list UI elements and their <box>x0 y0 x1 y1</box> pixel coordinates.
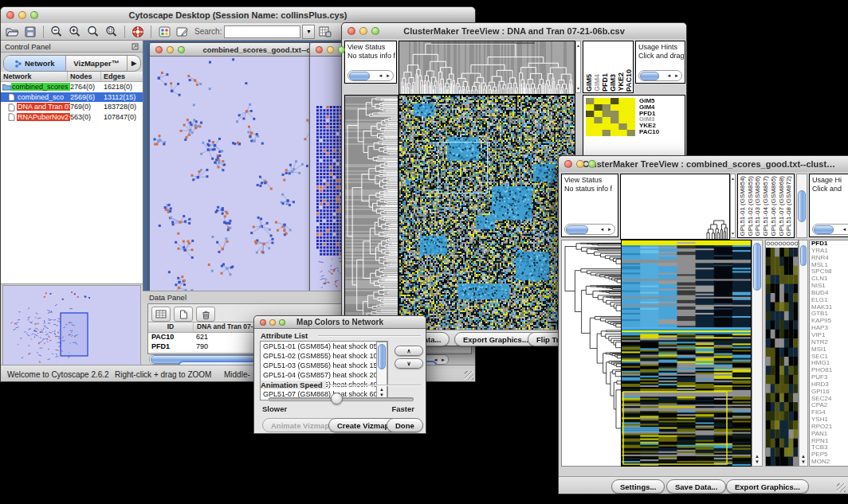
close-icon[interactable] <box>316 46 323 53</box>
zoom-out-button[interactable] <box>49 25 65 39</box>
treeview1-titlebar[interactable]: ClusterMaker TreeView : DNA and Tran 07-… <box>342 23 686 40</box>
animate-vizmap-button[interactable]: Animate Vizmap <box>262 418 338 432</box>
resize-grip[interactable] <box>837 483 846 492</box>
gene-list-item[interactable]: MON2 <box>810 459 848 466</box>
col-edges[interactable]: Edges <box>101 72 143 81</box>
scroll-left-icon[interactable]: ◄ <box>842 227 847 232</box>
zoom-selected-button[interactable] <box>104 25 120 39</box>
scroll-right-icon[interactable]: ► <box>386 73 391 78</box>
close-icon[interactable] <box>347 27 355 35</box>
attribute-list-item[interactable]: GPL51-02 (GSM855) heat shock 10 min <box>261 351 387 361</box>
scroll-up-icon[interactable]: ▲ <box>801 454 806 459</box>
tab-vizmapper[interactable]: VizMapper™ <box>66 56 128 71</box>
scroll-up-icon[interactable]: ▲ <box>731 176 735 181</box>
search-dropdown-button[interactable]: ▼ <box>302 25 315 39</box>
scroll-right-icon[interactable]: ► <box>674 73 680 78</box>
heatmap-canvas[interactable] <box>398 95 575 334</box>
minimize-icon[interactable] <box>359 27 367 35</box>
zoom-fit-button[interactable] <box>85 25 101 39</box>
attribute-list-item[interactable]: GPL51-01 (GSM854) heat shock 05 min <box>261 342 387 351</box>
open-button[interactable] <box>4 25 20 39</box>
heatmap-canvas[interactable] <box>621 240 752 467</box>
zoom-window-icon[interactable] <box>279 319 285 326</box>
heatmap-vscrollbar[interactable]: ▲▼ <box>752 240 763 467</box>
minimize-icon[interactable] <box>327 46 334 53</box>
col-id[interactable]: ID <box>148 322 194 332</box>
zoom-window-icon[interactable] <box>30 11 38 19</box>
scrollbar-thumb[interactable] <box>566 225 588 234</box>
main-titlebar[interactable]: Cytoscape Desktop (Session Name: collins… <box>1 7 475 24</box>
move-down-button[interactable]: ∨ <box>395 358 423 369</box>
export-graphics-button[interactable]: Export Graphics... <box>726 479 809 494</box>
tab-overflow-button[interactable]: ▶ <box>128 56 140 71</box>
scroll-left-icon[interactable]: ◄ <box>599 227 605 232</box>
minimize-icon[interactable] <box>576 160 584 168</box>
help-button[interactable] <box>130 25 146 39</box>
gene-dendrogram[interactable] <box>561 240 622 467</box>
array-dendrogram[interactable] <box>398 41 575 95</box>
scrollbar-thumb[interactable] <box>753 243 761 291</box>
scrollbar-thumb[interactable] <box>798 190 806 222</box>
col-network[interactable]: Network <box>1 72 68 81</box>
delete-attribute-button[interactable] <box>196 307 215 322</box>
annotation-button[interactable] <box>175 25 190 39</box>
close-icon[interactable] <box>260 319 266 326</box>
hscrollbar[interactable]: ◄ ► <box>347 70 394 81</box>
hscrollbar[interactable]: ◄ ► <box>564 224 615 235</box>
scroll-up-icon[interactable]: ▲ <box>379 387 384 392</box>
close-icon[interactable] <box>155 46 163 53</box>
plugins-button[interactable] <box>156 25 172 39</box>
scroll-left-icon[interactable]: ◄ <box>378 73 383 78</box>
new-attribute-button[interactable] <box>174 307 193 322</box>
attribute-list[interactable]: GPL51-01 (GSM854) heat shock 05 minGPL51… <box>260 341 388 400</box>
import-table-button[interactable] <box>317 25 333 39</box>
scroll-left-icon[interactable]: ◄ <box>666 73 672 78</box>
scrollbar-thumb[interactable] <box>349 72 370 80</box>
zoom-window-icon[interactable] <box>588 160 596 168</box>
network-table-row[interactable]: DNA and Tran 07769(0)183728(0) <box>1 102 143 112</box>
minimize-icon[interactable] <box>167 46 174 53</box>
network-table-row[interactable]: RNAPuberNov2+563(0)107847(0) <box>1 112 143 123</box>
save-button[interactable] <box>22 25 38 39</box>
save-data-button[interactable]: Save Data... <box>666 479 726 494</box>
zoom-window-icon[interactable] <box>178 46 185 53</box>
scrollbar-thumb[interactable] <box>814 225 834 234</box>
network-overview-panel[interactable] <box>2 285 141 373</box>
hscrollbar[interactable]: ◄ ► <box>812 224 848 235</box>
attribute-list-item[interactable]: GPL51-04 (GSM857) heat shock 20 min <box>261 370 387 380</box>
scrollbar-thumb[interactable] <box>640 72 659 80</box>
dialog-titlebar[interactable]: Map Colors to Network <box>254 316 426 329</box>
zoom-window-icon[interactable] <box>338 46 345 53</box>
scroll-down-icon[interactable]: ▼ <box>755 459 760 464</box>
network-table-row[interactable]: combined_scores2764(0)16218(0) <box>1 82 143 92</box>
export-graphics-button[interactable]: Export Graphics... <box>454 332 537 346</box>
zoom-window-icon[interactable] <box>371 27 379 35</box>
scroll-up-icon[interactable]: ▲ <box>576 43 580 48</box>
close-icon[interactable] <box>564 160 572 168</box>
dendrogram-splitter[interactable]: ▲▼ <box>575 41 581 93</box>
scrollbar-thumb[interactable] <box>378 344 386 369</box>
scroll-down-icon[interactable]: ▼ <box>576 86 580 91</box>
minimize-icon[interactable] <box>18 11 26 19</box>
slider-thumb[interactable] <box>331 393 343 404</box>
resize-grip[interactable] <box>465 371 473 380</box>
mini-heatmap[interactable] <box>586 98 635 136</box>
search-input[interactable] <box>224 25 300 38</box>
dendrogram-splitter[interactable]: ▲▼ <box>730 174 736 238</box>
col-nodes[interactable]: Nodes <box>68 72 101 81</box>
gene-dendrogram[interactable] <box>344 95 398 334</box>
treeview2-titlebar[interactable]: ClusterMaker TreeView : combined_scores_… <box>559 156 848 173</box>
gene-list[interactable]: PFD1YRA1RNR4MSL1SPC98CLN1NIS1BUD4ELG1MAK… <box>809 240 848 467</box>
network-table-row[interactable]: combined_sco2569(6)13112(15) <box>1 92 143 103</box>
minimize-icon[interactable] <box>269 319 276 326</box>
scroll-right-icon[interactable]: ► <box>607 227 613 232</box>
settings-button[interactable]: Settings... <box>611 479 665 494</box>
move-up-button[interactable]: ∧ <box>395 346 423 356</box>
scrollbar-thumb[interactable] <box>800 245 807 266</box>
zoom-in-button[interactable] <box>67 25 83 39</box>
zoom-vscrollbar[interactable]: ▲▼ <box>799 240 808 467</box>
hscrollbar[interactable]: ◄ ► <box>638 70 682 81</box>
scroll-down-icon[interactable]: ▼ <box>801 459 806 464</box>
attribute-list-item[interactable]: GPL51-03 (GSM856) heat shock 15 min <box>261 361 387 370</box>
scroll-up-icon[interactable]: ▲ <box>755 454 760 459</box>
